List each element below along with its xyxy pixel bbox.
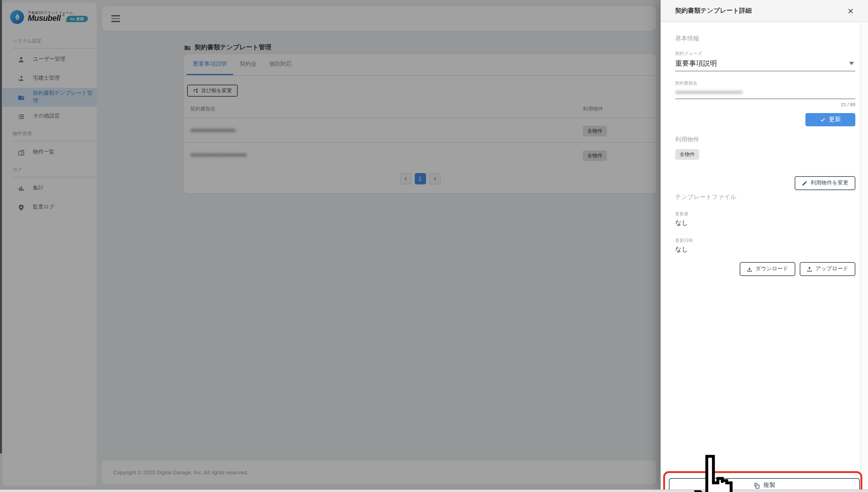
file-button-row: ダウンロード アップロード	[675, 262, 855, 276]
download-button[interactable]: ダウンロード	[740, 262, 795, 276]
drawer-header: 契約書類テンプレート詳細	[661, 0, 868, 22]
caret-down-icon	[849, 62, 854, 65]
phase-field-label: 契約フェーズ	[675, 51, 855, 57]
copy-icon	[753, 482, 759, 489]
contract-phase-select[interactable]: 重要事項説明	[675, 57, 855, 71]
check-icon	[820, 117, 826, 123]
change-usage-button-label: 利用物件を変更	[811, 179, 848, 187]
app-window: 不動産DXプラットフォーム Musubell ® for 新築 システム設定 ユ…	[0, 0, 868, 492]
template-detail-drawer: 契約書類テンプレート詳細 基本情報 契約フェーズ 重要事項説明 契約書類名 ●●…	[661, 0, 868, 492]
upload-icon	[807, 266, 812, 272]
contract-phase-value: 重要事項説明	[675, 59, 717, 68]
close-button[interactable]	[846, 6, 855, 16]
usage-badge: 全物件	[675, 149, 699, 160]
updated-at-label: 更新日時	[675, 238, 855, 244]
drawer-title: 契約書類テンプレート詳細	[675, 6, 846, 15]
update-button-label: 更新	[829, 116, 841, 124]
updated-at-value: なし	[675, 245, 855, 254]
document-name-input[interactable]: ●●●●●●●●●●●●●●●●●●●●●	[675, 87, 855, 99]
upload-button[interactable]: アップロード	[800, 262, 855, 276]
upload-button-label: アップロード	[816, 265, 848, 273]
change-usage-property-button[interactable]: 利用物件を変更	[795, 176, 855, 190]
scrollbar[interactable]	[861, 23, 868, 492]
window-bottom-edge	[0, 490, 868, 492]
document-name-value-redacted: ●●●●●●●●●●●●●●●●●●●●●	[675, 89, 854, 95]
modal-backdrop[interactable]	[0, 0, 661, 492]
download-icon	[747, 266, 752, 272]
section-heading-basic-info: 基本情報	[675, 35, 855, 43]
duplicate-button-label: 複製	[764, 481, 775, 490]
updated-by-value: なし	[675, 219, 855, 227]
section-heading-usage: 利用物件	[675, 136, 855, 144]
download-button-label: ダウンロード	[755, 265, 788, 273]
update-button[interactable]: 更新	[805, 113, 855, 126]
doc-name-field-label: 契約書類名	[675, 80, 855, 87]
section-heading-template-file: テンプレートファイル	[675, 193, 855, 201]
close-icon	[847, 7, 854, 14]
pencil-icon	[802, 180, 807, 186]
updated-by-label: 更新者	[675, 211, 855, 217]
char-counter: 21 / 80	[841, 102, 855, 107]
drawer-body: 基本情報 契約フェーズ 重要事項説明 契約書類名 ●●●●●●●●●●●●●●●…	[661, 22, 868, 492]
